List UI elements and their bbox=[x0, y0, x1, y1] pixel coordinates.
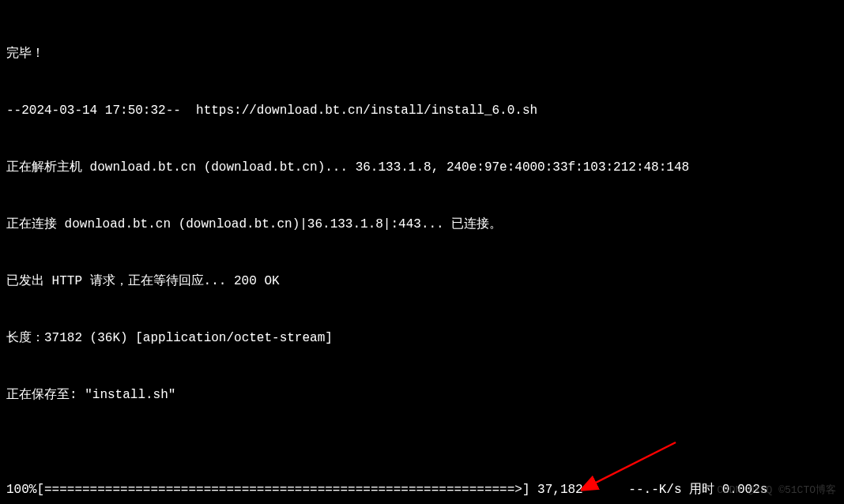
output-line: 正在保存至: "install.sh" bbox=[6, 386, 838, 404]
output-line: 已发出 HTTP 请求，正在等待回应... 200 OK bbox=[6, 272, 838, 291]
output-line: 完毕！ bbox=[6, 44, 838, 63]
output-line: --2024-03-14 17:50:32-- https://download… bbox=[6, 101, 838, 120]
output-line: 长度：37182 (36K) [application/octet-stream… bbox=[6, 329, 838, 348]
output-line: 正在解析主机 download.bt.cn (download.bt.cn)..… bbox=[6, 158, 838, 177]
watermark-text: CSDN @XaQ ©51CTO博客 bbox=[717, 483, 836, 498]
output-line: 正在连接 download.bt.cn (download.bt.cn)|36.… bbox=[6, 215, 838, 234]
output-line: 100%[===================================… bbox=[6, 480, 838, 499]
terminal-output: 完毕！ --2024-03-14 17:50:32-- https://down… bbox=[6, 6, 838, 504]
